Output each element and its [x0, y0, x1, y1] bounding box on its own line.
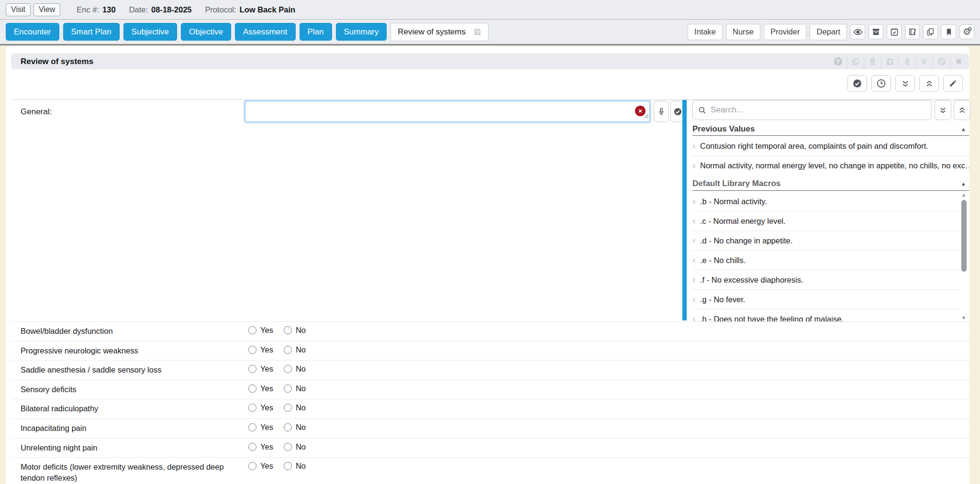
scroll-up-icon[interactable]: ▲ — [961, 193, 966, 198]
collapse-triangle-icon[interactable]: ▲ — [961, 126, 966, 132]
no-option[interactable]: No — [284, 384, 306, 393]
yes-radio[interactable] — [248, 404, 256, 412]
stage-button[interactable]: Nurse — [726, 24, 760, 40]
macro-item[interactable]: ‹ .d - No change in appetite. — [692, 231, 958, 251]
yes-radio[interactable] — [248, 365, 256, 373]
tab-button[interactable]: Plan — [300, 23, 332, 41]
no-option[interactable]: No — [284, 462, 306, 471]
note-tabs: EncounterSmart PlanSubjectiveObjectiveAs… — [6, 23, 387, 41]
insert-chevron-icon[interactable]: ‹ — [692, 215, 696, 227]
bookmark-button[interactable] — [941, 24, 956, 39]
previous-values-header[interactable]: Previous Values ▲ — [692, 123, 969, 136]
tab-button[interactable]: Objective — [181, 23, 231, 41]
yes-option[interactable]: Yes — [248, 345, 273, 354]
active-tab-review-of-systems[interactable]: Review of systems — [390, 23, 489, 41]
yes-option[interactable]: Yes — [248, 384, 273, 393]
eye-button[interactable] — [850, 24, 865, 39]
edit-button[interactable] — [943, 75, 963, 92]
stage-button[interactable]: Intake — [688, 24, 723, 40]
yes-radio[interactable] — [248, 385, 256, 393]
library-button[interactable] — [881, 54, 898, 69]
no-radio[interactable] — [284, 423, 292, 431]
copy-button[interactable] — [923, 24, 938, 39]
dictate-button[interactable] — [898, 54, 915, 69]
yes-radio[interactable] — [248, 462, 256, 470]
tab-button[interactable]: Subjective — [123, 23, 177, 41]
insert-chevron-icon[interactable]: ‹ — [692, 140, 696, 152]
help-button[interactable]: ? — [829, 54, 846, 69]
insert-chevron-icon[interactable]: ‹ — [692, 254, 696, 266]
close-button[interactable]: ✖ — [950, 54, 967, 69]
tab-button[interactable]: Summary — [336, 23, 387, 41]
insert-chevron-icon[interactable]: ‹ — [692, 294, 696, 305]
collapse-section-button[interactable] — [915, 54, 933, 69]
search-input[interactable] — [711, 105, 931, 115]
general-input[interactable] — [245, 101, 650, 122]
no-radio[interactable] — [284, 404, 292, 412]
tab-button[interactable]: Encounter — [6, 23, 59, 41]
no-radio[interactable] — [284, 365, 292, 373]
calendar-check-button[interactable] — [887, 24, 902, 39]
no-radio[interactable] — [284, 385, 292, 393]
settings-button[interactable]: ⚙ ⚙ — [959, 24, 974, 39]
previous-value-item[interactable]: ‹ Normal activity, normal energy level, … — [692, 156, 969, 176]
view-button[interactable]: View — [33, 3, 60, 16]
yes-radio[interactable] — [248, 423, 256, 431]
no-option[interactable]: No — [284, 326, 306, 335]
no-radio[interactable] — [284, 443, 292, 451]
scroll-down-icon[interactable]: ▼ — [961, 316, 966, 320]
insert-chevron-icon[interactable]: ‹ — [692, 274, 696, 286]
collapse-triangle-icon[interactable]: ▲ — [961, 181, 966, 187]
no-option[interactable]: No — [284, 423, 306, 432]
macro-item[interactable]: ‹ .e - No chills. — [692, 251, 958, 270]
macro-item[interactable]: ‹ .h - Does not have the feeling of mala… — [692, 309, 958, 321]
previous-value-item[interactable]: ‹ Contusion right temporal area, complai… — [692, 136, 969, 156]
no-radio[interactable] — [284, 462, 292, 470]
no-option[interactable]: No — [284, 364, 306, 374]
macro-item[interactable]: ‹ .g - No fever. — [692, 290, 958, 309]
yes-option[interactable]: Yes — [248, 462, 273, 471]
delete-button[interactable] — [864, 54, 881, 69]
tab-button[interactable]: Smart Plan — [63, 23, 120, 41]
history-button[interactable] — [871, 75, 891, 92]
panel-expand-all-button[interactable] — [935, 100, 951, 120]
disable-button[interactable] — [933, 54, 950, 69]
yes-option[interactable]: Yes — [248, 423, 273, 432]
tab-button[interactable]: Assessment — [235, 23, 296, 41]
insert-chevron-icon[interactable]: ‹ — [692, 235, 696, 246]
macros-header[interactable]: Default Library Macros ▲ — [692, 176, 969, 191]
yes-option[interactable]: Yes — [248, 364, 273, 374]
yes-option[interactable]: Yes — [248, 326, 273, 335]
field-dictate-button[interactable] — [654, 101, 668, 122]
panel-collapse-all-button[interactable] — [954, 100, 970, 120]
expand-all-button[interactable] — [895, 75, 915, 92]
macro-scrollbar[interactable]: ▲ ▼ — [960, 193, 967, 320]
no-option[interactable]: No — [284, 403, 306, 412]
no-option[interactable]: No — [284, 442, 306, 451]
archive-button[interactable] — [869, 24, 883, 39]
yes-option[interactable]: Yes — [248, 403, 273, 412]
yes-radio[interactable] — [248, 326, 256, 334]
macro-item[interactable]: ‹ .b - Normal activity. — [692, 192, 958, 211]
insert-chevron-icon[interactable]: ‹ — [692, 196, 696, 207]
no-radio[interactable] — [284, 326, 292, 334]
no-radio[interactable] — [284, 346, 292, 354]
stage-button[interactable]: Depart — [810, 24, 847, 40]
yes-radio[interactable] — [248, 346, 256, 354]
complete-button[interactable] — [847, 75, 867, 92]
scrollbar-thumb[interactable] — [961, 200, 967, 272]
top-bar: Visit View Enc #: 130 Date: 08-18-2025 P… — [0, 0, 980, 20]
no-option[interactable]: No — [284, 345, 306, 354]
macro-item[interactable]: ‹ .c - Normal energy level. — [692, 211, 958, 231]
copy-note-button[interactable] — [846, 54, 864, 69]
visit-button[interactable]: Visit — [6, 3, 31, 16]
insert-chevron-icon[interactable]: ‹ — [692, 160, 696, 172]
macro-item[interactable]: ‹ .f - No excessive diaphoresis. — [692, 270, 958, 290]
yes-option[interactable]: Yes — [248, 442, 273, 451]
resize-grip[interactable] — [644, 112, 649, 121]
stage-button[interactable]: Provider — [764, 24, 806, 40]
insert-chevron-icon[interactable]: ‹ — [692, 313, 696, 321]
yes-radio[interactable] — [248, 443, 256, 451]
book-button[interactable] — [905, 24, 920, 39]
collapse-all-button[interactable] — [919, 75, 939, 92]
